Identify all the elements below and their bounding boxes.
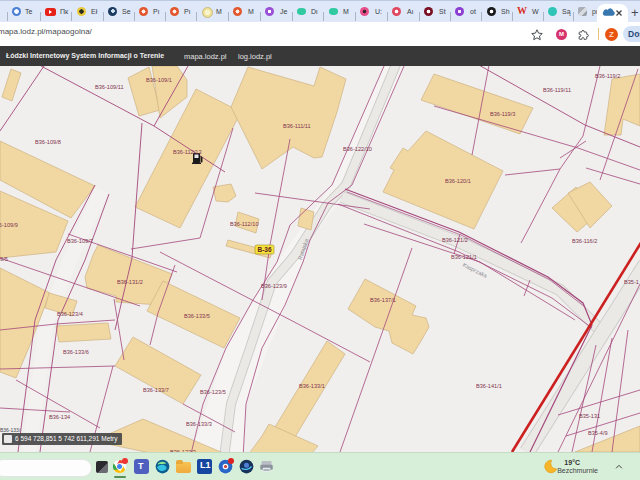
svg-text:B36-109/5: B36-109/5 — [0, 256, 8, 262]
svg-text:B36-123/4: B36-123/4 — [57, 311, 83, 317]
svg-text:B36-121/1: B36-121/1 — [451, 254, 477, 260]
svg-text:B36-119/11: B36-119/11 — [543, 87, 571, 93]
svg-text:B36-109/11: B36-109/11 — [95, 84, 124, 90]
svg-text:B36-121/2: B36-121/2 — [442, 237, 468, 243]
svg-text:B35-131: B35-131 — [579, 413, 600, 419]
svg-text:B36-109/7: B36-109/7 — [67, 238, 93, 244]
svg-text:B-36: B-36 — [257, 246, 271, 253]
svg-text:B36-133/5: B36-133/5 — [184, 313, 210, 319]
svg-text:B36-112/10: B36-112/10 — [230, 221, 259, 227]
svg-text:B36-131/2: B36-131/2 — [117, 279, 143, 285]
svg-text:B36-116/2: B36-116/2 — [572, 238, 597, 244]
svg-text:B36-119/2: B36-119/2 — [595, 73, 620, 79]
svg-text:B36-120/1: B36-120/1 — [445, 178, 471, 184]
svg-text:B36-109/1: B36-109/1 — [146, 77, 172, 83]
svg-text:B36-111/11: B36-111/11 — [283, 123, 311, 129]
svg-text:B36-109/9: B36-109/9 — [0, 222, 18, 228]
svg-text:B36-112/13: B36-112/13 — [173, 149, 202, 155]
svg-text:B36-133/3: B36-133/3 — [186, 421, 212, 427]
svg-text:B35-4/9: B35-4/9 — [588, 430, 608, 436]
svg-text:B36-141/1: B36-141/1 — [476, 383, 502, 389]
svg-text:B36-122/10: B36-122/10 — [343, 146, 372, 152]
svg-text:B36-123/5: B36-123/5 — [200, 389, 226, 395]
svg-text:B36-133/7: B36-133/7 — [143, 387, 169, 393]
svg-text:B36-133/1: B36-133/1 — [299, 383, 325, 389]
svg-text:B36-134: B36-134 — [49, 414, 70, 420]
svg-text:B36-123/9: B36-123/9 — [261, 283, 287, 289]
svg-text:B36-119/3: B36-119/3 — [490, 111, 515, 117]
svg-text:B35-1: B35-1 — [624, 279, 639, 285]
svg-text:B36-109/8: B36-109/8 — [35, 139, 61, 145]
svg-text:B36-137/1: B36-137/1 — [370, 297, 396, 303]
svg-text:B36-133/6: B36-133/6 — [63, 349, 89, 355]
